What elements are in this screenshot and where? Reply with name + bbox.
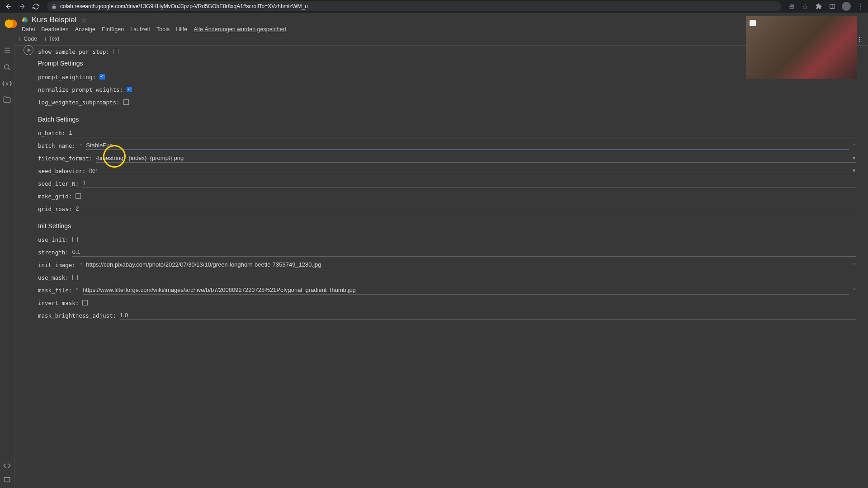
chrome-menu-icon[interactable]: ⋮ xyxy=(856,2,864,10)
menu-laufzeit[interactable]: Laufzeit xyxy=(130,26,150,33)
menu-einfugen[interactable]: Einfügen xyxy=(102,26,124,33)
colab-header: Kurs Beispiel ☆ Datei Bearbeiten Anzeige… xyxy=(0,13,868,33)
add-text-button[interactable]: +Text xyxy=(43,35,59,42)
save-status: Alle Änderungen wurden gespeichert xyxy=(193,26,286,33)
address-bar[interactable]: colab.research.google.com/drive/13G9KHyM… xyxy=(47,1,781,11)
menu-hilfe[interactable]: Hilfe xyxy=(176,26,187,33)
colab-logo[interactable] xyxy=(5,18,17,31)
install-icon[interactable]: ⊕ xyxy=(788,2,796,10)
menu-bearbeiten[interactable]: Bearbeiten xyxy=(41,26,68,33)
add-code-button[interactable]: +Code xyxy=(18,35,37,42)
menu-tools[interactable]: Tools xyxy=(156,26,170,33)
lock-icon xyxy=(52,4,57,9)
menu-datei[interactable]: Datei xyxy=(22,26,35,33)
url-text: colab.research.google.com/drive/13G9KHyM… xyxy=(60,3,308,9)
param-show-sample-per-step: show_sample_per_step: xyxy=(38,45,856,46)
drive-icon xyxy=(22,17,28,23)
notebook-content: show_sample_per_step: Prompt Settings pr… xyxy=(14,43,868,46)
chrome-actions: ⊕ ☆ ⋮ xyxy=(788,2,864,11)
cell-menu-icon[interactable]: ⋮ xyxy=(857,36,863,42)
extensions-icon[interactable] xyxy=(815,2,823,10)
notebook-title[interactable]: Kurs Beispiel xyxy=(32,15,76,24)
profile-avatar[interactable] xyxy=(842,2,851,11)
webcam-overlay xyxy=(746,16,857,46)
forward-button[interactable] xyxy=(17,1,27,11)
menu-anzeige[interactable]: Anzeige xyxy=(75,26,95,33)
menu-bar: Datei Bearbeiten Anzeige Einfügen Laufze… xyxy=(22,26,863,33)
left-rail: {x} xyxy=(0,43,14,46)
reload-button[interactable] xyxy=(31,1,41,11)
svg-rect-0 xyxy=(830,4,835,8)
side-panel-icon[interactable] xyxy=(828,2,836,10)
form-cell: show_sample_per_step: Prompt Settings pr… xyxy=(24,45,863,46)
bookmark-icon[interactable]: ☆ xyxy=(801,2,809,10)
star-icon[interactable]: ☆ xyxy=(80,16,86,24)
back-button[interactable] xyxy=(4,1,14,11)
browser-toolbar: colab.research.google.com/drive/13G9KHyM… xyxy=(0,0,868,13)
run-cell-button[interactable] xyxy=(24,45,33,46)
